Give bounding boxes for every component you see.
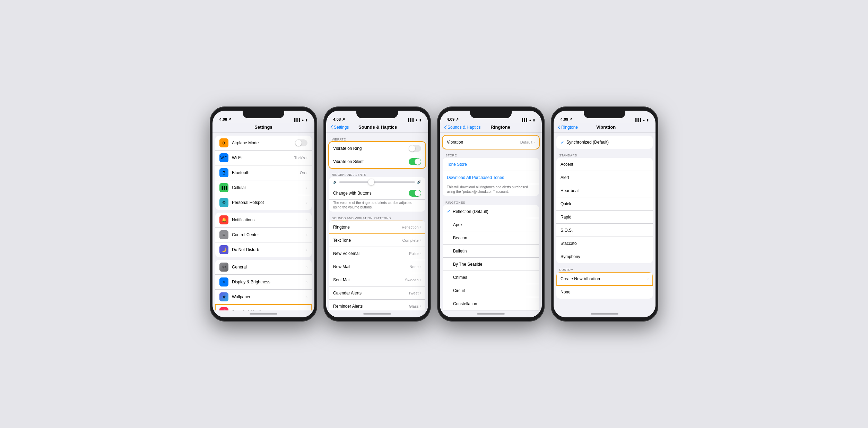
row-new-mail[interactable]: New Mail None › [329, 260, 425, 273]
tone-store-label: Tone Store [447, 162, 535, 167]
reminder-chevron: › [420, 304, 421, 308]
screen-1: 4:08 ↗ ▐▐▐ ▲ ▮ Settings ✈ Airplane Mode [212, 111, 314, 317]
back-label-4[interactable]: Ringtone [561, 125, 578, 130]
row-create-vibration[interactable]: Create New Vibration › [556, 272, 653, 285]
back-label-3[interactable]: Sounds & Haptics [448, 125, 480, 130]
accent-label: Accent [561, 162, 649, 167]
row-calendar[interactable]: Calendar Alerts Tweet › [329, 286, 425, 300]
nav-title-1: Settings [217, 125, 310, 130]
row-apex[interactable]: Apex [443, 218, 539, 231]
row-bluetooth[interactable]: B Bluetooth On › [215, 165, 312, 180]
nav-back-2[interactable]: Settings [330, 125, 349, 130]
row-vibration[interactable]: Vibration Default › [443, 136, 539, 149]
rapid-label: Rapid [561, 215, 649, 220]
seaside-label: By The Seaside [453, 262, 535, 267]
row-do-not-disturb[interactable]: 🌙 Do Not Disturb › [215, 242, 312, 257]
circuit-label: Circuit [453, 288, 535, 293]
row-hotspot[interactable]: ⦿ Personal Hotspot › [215, 195, 312, 210]
row-general[interactable]: ⚙ General › [215, 260, 312, 275]
row-vibrate-silent[interactable]: Vibrate on Silent [329, 155, 425, 168]
row-sent-mail[interactable]: Sent Mail Swoosh › [329, 273, 425, 286]
row-staccato[interactable]: Staccato [556, 237, 653, 250]
home-bar-3 [440, 310, 542, 317]
text-tone-value: Complete [402, 238, 419, 242]
row-tone-store[interactable]: Tone Store [443, 158, 539, 171]
hotspot-label: Personal Hotspot [232, 200, 306, 205]
phone-2: 4:08 ↗ ▐▐▐ ▲ ▮ Settings Sounds & Haptics… [323, 106, 431, 322]
time-3: 4:09 ↗ [447, 117, 459, 122]
nav-back-4[interactable]: Ringtone [558, 125, 578, 130]
row-wifi[interactable]: WiFi Wi-Fi Tuck's › [215, 151, 312, 165]
reminder-label: Reminder Alerts [333, 304, 409, 309]
row-control-center[interactable]: ⊞ Control Center › [215, 228, 312, 242]
volume-high-icon: 🔊 [417, 180, 421, 184]
store-body: Tone Store Download All Purchased Tones … [443, 158, 539, 196]
ringer-header: RINGER AND ALERTS [326, 171, 428, 177]
battery-icon: ▮ [306, 118, 307, 122]
slider-thumb[interactable] [368, 179, 374, 185]
row-text-tone[interactable]: Text Tone Complete › [329, 234, 425, 247]
nav-back-3[interactable]: Sounds & Haptics [444, 125, 480, 130]
row-vibrate-ring[interactable]: Vibrate on Ring [329, 142, 425, 155]
row-alert[interactable]: Alert [556, 171, 653, 184]
row-reminder[interactable]: Reminder Alerts Glass › [329, 300, 425, 310]
wallpaper-label: Wallpaper [232, 294, 306, 299]
row-sos[interactable]: S.O.S. [556, 224, 653, 237]
home-bar-2 [326, 310, 428, 317]
row-chimes[interactable]: Chimes [443, 271, 539, 284]
row-notifications[interactable]: 🔔 Notifications › [215, 213, 312, 228]
row-heartbeat[interactable]: Heartbeat [556, 184, 653, 197]
heartbeat-label: Heartbeat [561, 188, 649, 193]
row-bulletin[interactable]: Bulletin [443, 245, 539, 258]
row-constellation[interactable]: Constellation [443, 297, 539, 310]
row-beacon[interactable]: Beacon [443, 231, 539, 245]
wifi-value: Tuck's [294, 156, 305, 160]
nav-bar-4: Ringtone Vibration [554, 123, 656, 133]
section-standard: STANDARD Accent Alert Heartbeat Quick [554, 152, 656, 263]
ringer-slider-row[interactable]: 🔈 🔊 [329, 177, 425, 187]
display-chevron: › [306, 280, 307, 284]
row-display[interactable]: ☀ Display & Brightness › [215, 275, 312, 290]
vibrate-silent-toggle[interactable] [409, 158, 421, 165]
custom-header: CUSTOM [554, 266, 656, 272]
notifications-label: Notifications [232, 217, 306, 222]
section-body-2: 🔔 Notifications › ⊞ Control Center › 🌙 D… [215, 213, 312, 257]
content-2: VIBRATE Vibrate on Ring Vibrate on Silen… [326, 133, 428, 310]
row-none[interactable]: None [556, 285, 653, 299]
screen-4: 4:09 ↗ ▐▐▐ ▲ ▮ Ringtone Vibration ✓ Syn [554, 111, 656, 317]
notifications-chevron: › [306, 218, 307, 222]
row-reflection[interactable]: ✓ Reflection (Default) [443, 205, 539, 218]
airplane-toggle[interactable] [295, 139, 307, 146]
vibrate-ring-toggle[interactable] [409, 145, 421, 152]
create-vibration-chevron: › [648, 277, 649, 281]
row-rapid[interactable]: Rapid [556, 211, 653, 224]
synchronized-body: ✓ Synchronized (Default) [556, 136, 653, 149]
row-circuit[interactable]: Circuit [443, 284, 539, 297]
row-accent[interactable]: Accent [556, 158, 653, 171]
row-new-voicemail[interactable]: New Voicemail Pulse › [329, 247, 425, 260]
vibration-body: Vibration Default › [443, 136, 539, 149]
voicemail-chevron: › [420, 251, 421, 255]
time-1: 4:08 ↗ [219, 117, 231, 122]
row-cellular[interactable]: ▐▐▐ Cellular › [215, 180, 312, 195]
row-sounds-haptics[interactable]: 🔊 Sounds & Haptics › [215, 305, 312, 310]
wifi-icon-4: ▲ [642, 118, 645, 122]
new-mail-label: New Mail [333, 264, 409, 269]
time-2: 4:08 ↗ [333, 117, 345, 122]
row-change-buttons[interactable]: Change with Buttons [329, 187, 425, 200]
ringer-slider[interactable] [339, 181, 415, 183]
row-wallpaper[interactable]: ❋ Wallpaper › [215, 290, 312, 305]
row-synchronized[interactable]: ✓ Synchronized (Default) [556, 136, 653, 149]
row-airplane-mode[interactable]: ✈ Airplane Mode [215, 136, 312, 151]
row-quick[interactable]: Quick [556, 197, 653, 211]
row-symphony[interactable]: Symphony [556, 250, 653, 263]
home-indicator-2 [363, 313, 391, 315]
row-download-tones[interactable]: Download All Purchased Tones [443, 171, 539, 184]
sounds-patterns-body: Ringtone Reflection › Text Tone Complete… [329, 221, 425, 310]
back-label-2[interactable]: Settings [334, 125, 349, 130]
change-buttons-toggle[interactable] [409, 190, 421, 197]
ringer-detail: The volume of the ringer and alerts can … [329, 200, 425, 212]
row-by-the-seaside[interactable]: By The Seaside [443, 258, 539, 271]
sos-vibration-label: S.O.S. [561, 228, 649, 233]
row-ringtone[interactable]: Ringtone Reflection › [329, 221, 425, 234]
